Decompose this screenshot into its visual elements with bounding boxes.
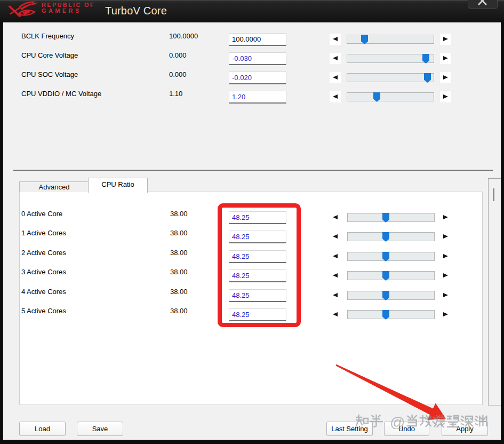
svg-text:@: @ — [390, 414, 405, 430]
